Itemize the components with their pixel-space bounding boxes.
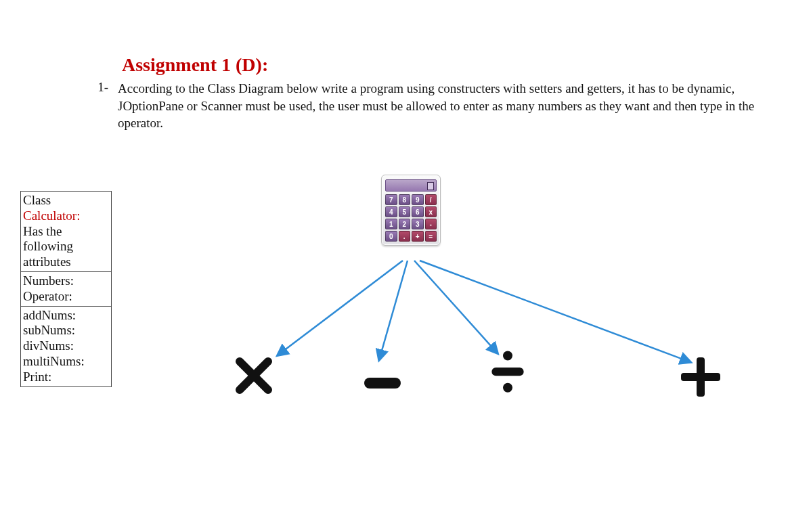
class-method: addNums: (23, 308, 109, 324)
calc-key: . (399, 231, 411, 242)
diagram-area: 7 8 9 / 4 5 6 x 1 2 3 - 0 . + = (203, 169, 758, 440)
svg-line-0 (278, 261, 403, 355)
class-section-methods: addNums: subNums: divNums: multiNums: Pr… (21, 306, 111, 387)
subtract-icon (359, 359, 406, 406)
class-method: multiNums: (23, 354, 109, 370)
list-body: According to the Class Diagram below wri… (118, 80, 761, 132)
svg-line-1 (379, 261, 408, 360)
list-item-1: 1- According to the Class Diagram below … (83, 80, 766, 132)
class-line: attributes (23, 254, 109, 270)
list-number: 1- (83, 80, 115, 95)
calc-key: - (425, 219, 437, 229)
calc-key: 6 (412, 206, 424, 217)
class-name: Calculator: (23, 208, 109, 224)
calc-key: 5 (399, 206, 411, 217)
calc-key: + (412, 231, 424, 242)
svg-line-2 (414, 261, 498, 353)
class-section-header: Class Calculator: Has the following attr… (21, 191, 111, 271)
calculator-screen (385, 179, 437, 192)
svg-point-7 (503, 351, 512, 361)
calc-key: = (425, 231, 437, 242)
calc-key: 0 (385, 231, 397, 242)
class-diagram-box: Class Calculator: Has the following attr… (20, 191, 112, 387)
assignment-title: Assignment 1 (D): (122, 54, 268, 76)
multiply-icon (230, 352, 278, 399)
calc-key: x (425, 206, 437, 217)
class-method: divNums: (23, 338, 109, 354)
calculator-keys: 7 8 9 / 4 5 6 x 1 2 3 - 0 . + = (385, 194, 437, 242)
class-attr: Numbers: (23, 273, 109, 289)
calc-key: 4 (385, 206, 397, 217)
class-line: Class (23, 193, 109, 208)
add-icon (677, 353, 724, 401)
calc-key: 1 (385, 219, 397, 229)
arrows-svg (203, 169, 758, 440)
class-method: Print: (23, 370, 109, 385)
calculator-icon: 7 8 9 / 4 5 6 x 1 2 3 - 0 . + = (381, 175, 441, 246)
svg-rect-8 (491, 368, 523, 376)
calc-key: 2 (399, 219, 411, 229)
class-line: following (23, 239, 109, 254)
svg-point-9 (503, 383, 512, 393)
class-attr: Operator: (23, 289, 109, 305)
calc-key: 8 (399, 194, 411, 205)
class-line: Has the (23, 224, 109, 240)
calc-key: / (425, 194, 437, 205)
class-method: subNums: (23, 323, 109, 338)
svg-rect-11 (681, 373, 720, 381)
divide-icon (484, 349, 531, 396)
svg-rect-6 (364, 378, 401, 389)
calc-key: 3 (412, 219, 424, 229)
calc-key: 7 (385, 194, 397, 205)
class-section-attributes: Numbers: Operator: (21, 271, 111, 306)
svg-line-3 (420, 261, 690, 362)
calc-key: 9 (412, 194, 424, 205)
